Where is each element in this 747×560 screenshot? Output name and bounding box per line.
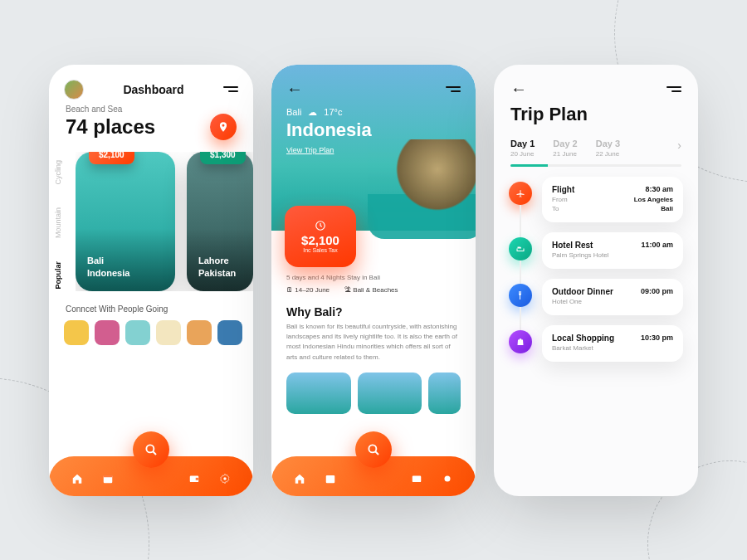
bed-icon [509,237,532,261]
timeline: Flight8:30 am FromLos Angeles ToBali Hot… [494,167,698,362]
svg-point-12 [444,475,450,481]
calendar-icon: 🗓 14–20 June [286,286,330,294]
thumb[interactable] [428,373,461,414]
person-avatar[interactable] [156,320,181,345]
section-heading: Why Bali? [271,294,476,322]
person-avatar[interactable] [187,320,212,345]
tag-icon: 🏝 Bali & Beaches [344,286,398,294]
thumb[interactable] [286,373,351,414]
stay-summary: 5 days and 4 Nights Stay in Bali [286,274,461,281]
hero-illustration [368,139,476,239]
tab-popular[interactable]: Popular [54,261,62,290]
bag-icon [509,330,532,353]
screen-title: Dashboard [123,83,183,96]
person-avatar[interactable] [125,320,150,345]
description-text: Bali is known for its beautiful countrys… [271,322,476,363]
menu-icon[interactable] [223,86,238,92]
svg-point-0 [146,445,154,452]
connect-label: Conncet With People Going [49,291,253,320]
timeline-item-flight[interactable]: Flight8:30 am FromLos Angeles ToBali [509,177,683,222]
weather-icon: ☁ [308,107,317,118]
svg-rect-11 [413,475,422,482]
home-icon[interactable] [71,473,83,485]
people-row[interactable] [49,320,253,345]
hero-image: ← Bali ☁ 17°c Indonesia View Trip Plan $… [271,65,476,231]
settings-icon[interactable] [442,473,453,485]
place-count: 74 places [66,115,155,139]
thumb[interactable] [358,373,422,414]
view-trip-plan-link[interactable]: View Trip Plan [286,146,334,154]
price-card: $2,100 Inc Sales Tax [285,206,356,267]
timeline-item-hotel[interactable]: Hotel Rest11:00 am Palm Springs Hotel [509,232,683,269]
gallery-thumbs[interactable] [271,363,476,414]
bottom-nav [49,445,253,496]
back-icon[interactable]: ← [286,80,303,99]
chevron-right-icon[interactable]: › [677,139,681,152]
timeline-item-dinner[interactable]: Outdoor Dinner09:00 pm Hotel One [509,279,683,315]
back-icon[interactable]: ← [510,80,527,99]
card-price: $2,100 [89,152,134,164]
person-avatar[interactable] [95,320,120,345]
tab-mountain[interactable]: Mountain [54,207,62,238]
svg-point-6 [223,477,227,480]
bottom-nav [271,445,476,496]
settings-icon[interactable] [219,473,231,485]
card-price: $1,300 [200,152,246,164]
fork-icon [509,284,532,307]
svg-rect-5 [196,477,199,480]
wallet-icon[interactable] [188,473,200,485]
day-tab-3[interactable]: Day 3 22 June [596,139,620,158]
search-fab[interactable] [133,431,169,468]
clock-icon [315,220,326,231]
calendar-icon[interactable] [325,473,336,485]
tab-cycling[interactable]: Cycling [54,160,62,185]
svg-line-1 [153,451,156,455]
category-label: Beach and Sea [49,100,253,114]
vertical-tabs[interactable]: Cycling Mountain Popular [54,160,62,290]
day-tab-1[interactable]: Day 1 20 June [510,139,535,158]
screen-title: Trip Plan [494,99,698,125]
price-sub: Inc Sales Tax [303,247,338,253]
svg-point-8 [369,445,376,452]
calendar-icon[interactable] [102,473,114,485]
plane-icon [509,182,532,205]
temperature: 17°c [324,107,342,117]
card-subtitle: Pakistan [198,267,236,280]
card-lahore[interactable]: $1,300 Lahore Pakistan [187,152,253,291]
person-avatar[interactable] [64,320,89,345]
timeline-item-shopping[interactable]: Local Shopping10:30 pm Barkat Market [509,325,683,362]
day-tabs[interactable]: Day 1 20 June Day 2 21 June Day 3 22 Jun… [494,125,698,158]
location-name: Bali [286,107,301,117]
search-fab[interactable] [355,431,392,468]
menu-icon[interactable] [666,86,681,92]
svg-line-9 [375,451,378,455]
destination-cards[interactable]: $2,100 Bali Indonesia $1,300 Lahore Paki… [76,152,253,291]
menu-icon[interactable] [446,86,461,92]
trip-plan-screen: ← Trip Plan Day 1 20 June Day 2 21 June … [494,65,698,496]
price-amount: $2,100 [301,233,339,247]
card-title: Bali [87,255,129,267]
svg-rect-10 [326,475,335,482]
detail-screen: ← Bali ☁ 17°c Indonesia View Trip Plan $… [271,65,476,496]
home-icon[interactable] [294,473,305,485]
person-avatar[interactable] [217,320,242,345]
day-tab-2[interactable]: Day 2 21 June [553,139,577,158]
svg-rect-3 [104,475,113,476]
user-avatar[interactable] [64,80,84,100]
card-bali[interactable]: $2,100 Bali Indonesia [76,152,175,291]
card-subtitle: Indonesia [87,267,129,280]
card-title: Lahore [198,255,236,267]
dashboard-screen: Dashboard Beach and Sea 74 places Cyclin… [49,65,253,496]
country-title: Indonesia [286,119,461,141]
location-pin-button[interactable] [210,114,237,140]
wallet-icon[interactable] [411,473,422,485]
